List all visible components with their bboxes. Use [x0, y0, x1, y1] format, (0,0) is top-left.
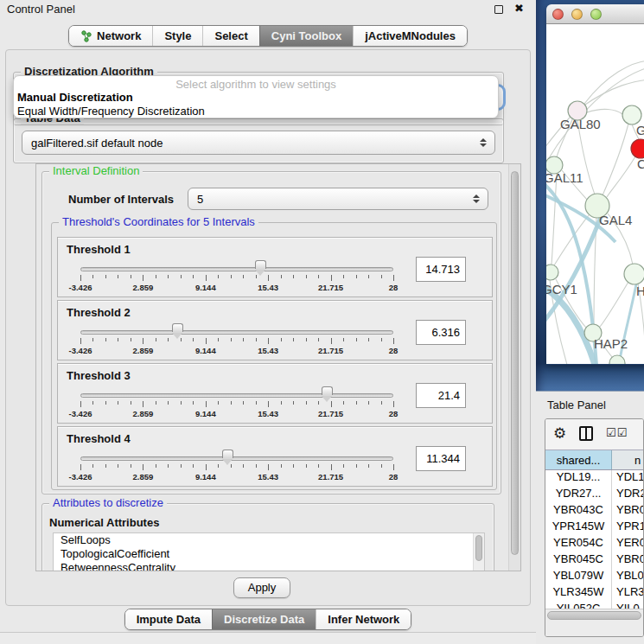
- gear-icon[interactable]: ⚙: [553, 424, 566, 443]
- tick-mark: [80, 338, 81, 344]
- tab-label: Style: [164, 29, 191, 42]
- threshold-label: Threshold 3: [67, 369, 131, 382]
- tab-cyni-toolbox[interactable]: Cyni Toolbox: [259, 26, 353, 46]
- network-node[interactable]: [546, 265, 558, 280]
- tab-network[interactable]: Network: [69, 26, 152, 46]
- zoom-traffic-light-icon[interactable]: [590, 9, 602, 20]
- table-row[interactable]: YER054CYER0: [545, 536, 643, 552]
- tick-label: 21.715: [318, 346, 343, 355]
- network-canvas[interactable]: GAL80GACGAL11GAL4GCY1HHAP2: [546, 24, 644, 364]
- tick-mark: [343, 275, 344, 278]
- table-row[interactable]: YLR345WYLR3: [545, 585, 643, 602]
- network-node[interactable]: [631, 139, 644, 158]
- split-view-icon[interactable]: [579, 426, 593, 441]
- num-intervals-combobox[interactable]: 5: [188, 188, 488, 210]
- slider-track[interactable]: [80, 393, 393, 398]
- table-row[interactable]: YIL052CYIL0: [545, 602, 643, 609]
- tick-mark: [356, 464, 357, 468]
- slider-track[interactable]: [80, 267, 393, 271]
- slider-track[interactable]: [80, 330, 393, 335]
- attribute-list-item[interactable]: BetweennessCentrality: [54, 561, 484, 571]
- cell-shared-name: YDL19...: [545, 470, 612, 487]
- network-node[interactable]: [624, 264, 644, 284]
- tick-mark: [92, 338, 93, 341]
- attribute-list-item[interactable]: TopologicalCoefficient: [54, 547, 484, 561]
- tick-mark: [268, 401, 269, 407]
- attributes-list-scrollbar[interactable]: [473, 533, 484, 571]
- tick-mark: [306, 338, 307, 341]
- tick-label: 15.43: [258, 472, 278, 481]
- tick-mark: [381, 338, 382, 341]
- tick-label: 28: [389, 472, 399, 481]
- tick-label: -3.426: [69, 346, 92, 355]
- attributes-list[interactable]: SelfLoopsTopologicalCoefficientBetweenne…: [53, 532, 485, 571]
- slider-handle[interactable]: [222, 450, 233, 458]
- threshold-value-box[interactable]: 6.316: [416, 320, 466, 345]
- tick-mark: [105, 464, 106, 468]
- slider-handle[interactable]: [322, 386, 333, 395]
- tick-mark: [293, 401, 294, 405]
- tick-label: 9.144: [195, 346, 216, 355]
- minimize-traffic-light-icon[interactable]: [571, 9, 583, 20]
- slider-handle[interactable]: [255, 260, 266, 269]
- tick-mark: [231, 275, 232, 278]
- network-node[interactable]: [622, 105, 641, 124]
- tick-mark: [131, 338, 131, 341]
- table-row[interactable]: YBR043CYBR0: [545, 503, 643, 520]
- checkbox-icons[interactable]: ☑☑: [606, 426, 628, 439]
- top-tab-bar: NetworkStyleSelectCyni ToolboxjActiveMNo…: [0, 25, 536, 47]
- slider-track[interactable]: [80, 456, 393, 461]
- tick-mark: [281, 338, 282, 341]
- tick-mark: [143, 338, 143, 344]
- cell-name: YPR1: [612, 520, 643, 536]
- tick-mark: [118, 464, 118, 468]
- cell-name: YLR3: [612, 585, 643, 602]
- tick-mark: [343, 338, 344, 341]
- table-row[interactable]: YDR27...YDR2: [545, 487, 643, 503]
- table-row[interactable]: YPR145WYPR1: [545, 520, 643, 536]
- vertical-scrollbar[interactable]: [508, 164, 520, 571]
- tick-mark: [293, 464, 294, 468]
- tab-discretize-data[interactable]: Discretize Data: [212, 609, 316, 629]
- slider-handle[interactable]: [172, 323, 183, 332]
- tick-mark: [168, 275, 169, 278]
- algorithm-option[interactable]: Equal Width/Frequency Discretization: [14, 105, 498, 118]
- table-row[interactable]: YDL19...YDL1: [545, 470, 643, 487]
- table-row[interactable]: YBR045CYBR0: [545, 552, 643, 569]
- tick-mark: [118, 338, 118, 341]
- column-header-name[interactable]: n: [612, 450, 643, 469]
- tick-mark: [281, 464, 282, 468]
- tick-mark: [393, 338, 394, 344]
- attribute-list-item[interactable]: SelfLoops: [54, 533, 484, 547]
- tab-select[interactable]: Select: [202, 26, 258, 46]
- close-icon[interactable]: ✖: [514, 2, 524, 15]
- tick-mark: [218, 464, 219, 468]
- cell-shared-name: YPR145W: [545, 520, 612, 536]
- threshold-label: Threshold 2: [67, 306, 131, 319]
- apply-button[interactable]: Apply: [233, 577, 290, 598]
- column-header-shared-name[interactable]: shared...: [545, 450, 612, 469]
- tick-mark: [80, 275, 81, 281]
- tick-mark: [143, 401, 143, 407]
- horizontal-scrollbar[interactable]: [545, 609, 643, 622]
- tab-impute-data[interactable]: Impute Data: [125, 609, 212, 629]
- tab-infer-network[interactable]: Infer Network: [316, 609, 411, 629]
- tick-mark: [281, 275, 282, 278]
- tick-label: 15.43: [258, 346, 278, 355]
- node-label: GA: [636, 123, 644, 137]
- threshold-value-box[interactable]: 11.344: [416, 446, 466, 471]
- float-window-icon[interactable]: [494, 5, 503, 14]
- tab-style[interactable]: Style: [152, 26, 202, 46]
- tick-mark: [131, 464, 131, 468]
- threshold-value-box[interactable]: 14.713: [416, 257, 466, 282]
- table-row[interactable]: YBL079WYBL0: [545, 569, 643, 585]
- network-edge: [583, 80, 644, 106]
- threshold-value-box[interactable]: 21.4: [416, 383, 466, 408]
- algorithm-option[interactable]: Manual Discretization: [14, 91, 498, 105]
- tick-mark: [193, 464, 194, 468]
- close-traffic-light-icon[interactable]: [552, 9, 564, 20]
- tab-jactivemnodules[interactable]: jActiveMNodules: [353, 26, 467, 46]
- cell-shared-name: YBR045C: [545, 552, 612, 569]
- tick-mark: [256, 401, 257, 405]
- threshold-panel: Threshold 411.344-3.4262.8599.14415.4321…: [57, 426, 493, 487]
